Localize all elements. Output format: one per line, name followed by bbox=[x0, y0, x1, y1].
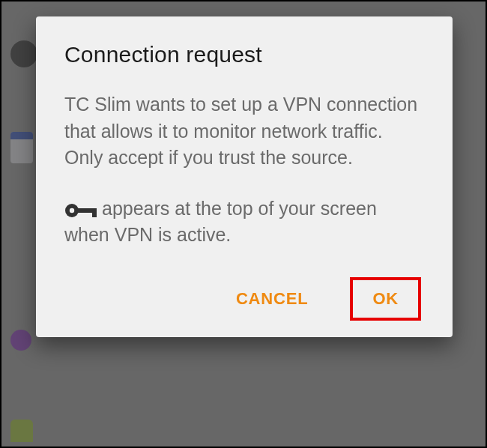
dialog-body-paragraph-2: appears at the top of your screen when V… bbox=[64, 196, 424, 249]
cancel-button[interactable]: Cancel bbox=[221, 279, 323, 319]
dialog-body: TC Slim wants to set up a VPN connection… bbox=[64, 91, 424, 249]
vpn-connection-request-dialog: Connection request TC Slim wants to set … bbox=[36, 16, 453, 337]
dialog-body-paragraph-2-text: appears at the top of your screen when V… bbox=[64, 198, 377, 246]
dialog-title: Connection request bbox=[64, 42, 424, 67]
vpn-key-icon bbox=[64, 202, 97, 220]
ok-button[interactable]: OK bbox=[353, 280, 418, 318]
svg-point-1 bbox=[70, 208, 74, 212]
dialog-action-bar: Cancel OK bbox=[64, 277, 424, 321]
dialog-body-paragraph-1: TC Slim wants to set up a VPN connection… bbox=[64, 91, 424, 172]
ok-button-highlight-box: OK bbox=[350, 277, 421, 321]
svg-rect-3 bbox=[92, 208, 97, 217]
